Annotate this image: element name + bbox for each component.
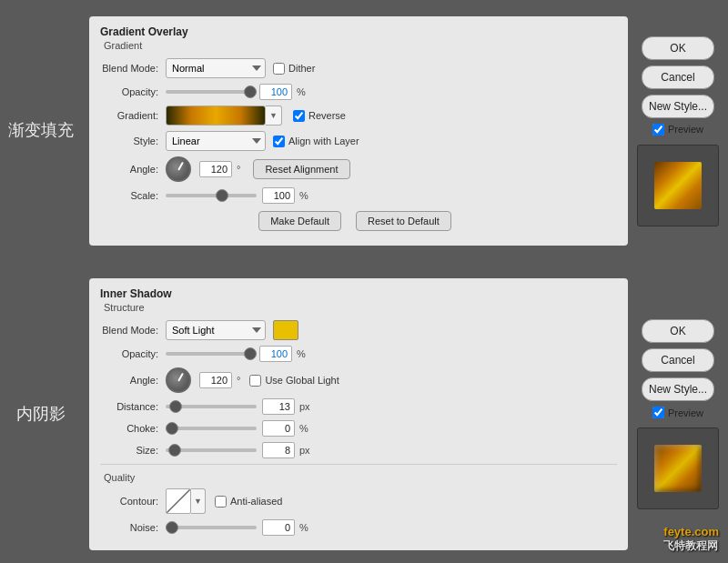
new-style-button-bottom[interactable]: New Style... (642, 377, 714, 401)
angle-unit: ° (237, 164, 240, 175)
gradient-swatch-wrap: ▼ (166, 106, 282, 126)
preview-label-top: Preview (668, 124, 703, 135)
dither-label: Dither (288, 63, 315, 74)
cancel-button-bottom[interactable]: Cancel (642, 348, 714, 372)
style-select[interactable]: Linear Radial Angle Reflected Diamond (166, 131, 266, 151)
size-row: Size: px (100, 442, 617, 458)
noise-unit: % (299, 522, 308, 533)
reverse-label: Reverse (308, 110, 346, 121)
noise-row: Noise: % (100, 519, 617, 536)
angle-value[interactable] (199, 161, 232, 177)
blend-mode-select[interactable]: Normal Dissolve Multiply Screen Overlay … (166, 58, 266, 78)
anti-aliased-checkbox[interactable] (215, 496, 227, 508)
size-slider[interactable] (166, 448, 257, 452)
inner-shadow-section: 内阴影 Inner Shadow Structure Blend Mode: N… (0, 262, 728, 563)
align-layer-checkbox-wrap: Align with Layer (273, 136, 359, 147)
anti-aliased-wrap: Anti-aliased (215, 496, 282, 508)
align-layer-label: Align with Layer (288, 136, 359, 146)
preview-label-bottom: Preview (668, 407, 703, 418)
blend-mode-row-bottom: Blend Mode: Normal Dissolve Multiply Scr… (100, 320, 617, 340)
gradient-dropdown-btn[interactable]: ▼ (266, 106, 282, 126)
inner-shadow-title: Inner Shadow (100, 287, 617, 300)
use-global-light-wrap: Use Global Light (249, 375, 339, 387)
quality-title: Quality (100, 472, 617, 483)
preview-box-bottom (637, 427, 719, 509)
size-value[interactable] (262, 442, 295, 458)
style-label: Style: (100, 136, 166, 146)
buttons-row: Make Default Reset to Default (100, 211, 617, 231)
opacity-value-bottom[interactable] (259, 346, 292, 362)
angle-label: Angle: (100, 164, 166, 175)
opacity-slider[interactable] (166, 90, 257, 94)
preview-row-bottom: Preview (652, 407, 703, 418)
contour-svg (167, 489, 190, 513)
distance-unit: px (299, 401, 310, 412)
noise-label: Noise: (100, 522, 166, 533)
scale-slider[interactable] (166, 194, 257, 197)
scale-value[interactable] (262, 187, 295, 204)
new-style-button-top[interactable]: New Style... (642, 95, 714, 118)
noise-slider[interactable] (166, 526, 257, 529)
gradient-overlay-section: 渐变填充 Gradient Overlay Gradient Blend Mod… (0, 0, 728, 262)
angle-dial[interactable] (166, 156, 191, 182)
ok-button-bottom[interactable]: OK (642, 319, 714, 343)
distance-value[interactable] (262, 398, 295, 415)
top-section-label: 渐变填充 (0, 119, 82, 142)
align-layer-checkbox[interactable] (273, 136, 285, 147)
contour-control: ▼ (166, 488, 206, 514)
blend-mode-select-bottom[interactable]: Normal Dissolve Multiply Screen Overlay … (166, 320, 266, 340)
reverse-checkbox-wrap: Reverse (293, 110, 346, 122)
style-row: Style: Linear Radial Angle Reflected Dia… (100, 131, 617, 151)
angle-value-bottom[interactable] (199, 372, 232, 388)
choke-slider[interactable] (166, 427, 257, 430)
preview-box-top (637, 145, 719, 226)
inner-shadow-subtitle: Structure (100, 302, 617, 313)
reverse-checkbox[interactable] (293, 110, 305, 122)
angle-row-bottom: Angle: ° Use Global Light (100, 367, 617, 393)
gradient-overlay-title: Gradient Overlay (100, 25, 617, 38)
angle-dial-bottom[interactable] (166, 367, 191, 393)
opacity-value[interactable] (259, 84, 292, 100)
preview-square-top (654, 162, 702, 209)
distance-slider[interactable] (166, 405, 257, 408)
reset-default-button[interactable]: Reset to Default (356, 211, 451, 231)
choke-value[interactable] (262, 420, 295, 437)
cancel-button-top[interactable]: Cancel (642, 65, 714, 89)
inner-shadow-panel: Inner Shadow Structure Blend Mode: Norma… (89, 278, 628, 550)
opacity-slider-bottom[interactable] (166, 352, 257, 356)
preview-checkbox-top[interactable] (652, 124, 664, 136)
noise-value[interactable] (262, 519, 295, 536)
size-label: Size: (100, 445, 166, 456)
ok-button-top[interactable]: OK (642, 36, 714, 60)
gradient-swatch[interactable] (166, 106, 266, 126)
contour-dropdown-btn[interactable]: ▼ (191, 488, 206, 514)
choke-unit: % (299, 423, 308, 434)
contour-label: Contour: (100, 496, 166, 507)
size-unit: px (299, 445, 310, 456)
contour-swatch[interactable] (166, 488, 191, 514)
use-global-light-label: Use Global Light (265, 375, 339, 386)
preview-checkbox-bottom[interactable] (652, 407, 664, 418)
dither-checkbox-wrap: Dither (273, 63, 315, 75)
contour-row: Contour: ▼ Anti-aliased (100, 488, 617, 514)
dither-checkbox[interactable] (273, 63, 285, 75)
opacity-label-bottom: Opacity: (100, 348, 166, 359)
angle-unit-bottom: ° (237, 375, 240, 386)
blend-mode-row: Blend Mode: Normal Dissolve Multiply Scr… (100, 58, 617, 78)
reset-alignment-button[interactable]: Reset Alignment (253, 159, 349, 179)
blend-mode-label: Blend Mode: (100, 63, 166, 74)
bottom-section-label: 内阴影 (0, 403, 82, 426)
preview-row-top: Preview (652, 124, 703, 136)
scale-label: Scale: (100, 190, 166, 201)
distance-label: Distance: (100, 401, 166, 412)
scale-row: Scale: % (100, 187, 617, 204)
shadow-color-swatch[interactable] (273, 320, 298, 340)
make-default-button[interactable]: Make Default (258, 211, 341, 231)
choke-label: Choke: (100, 423, 166, 434)
gradient-row: Gradient: ▼ Reverse (100, 106, 617, 126)
quality-divider (100, 464, 617, 465)
blend-mode-label-bottom: Blend Mode: (100, 325, 166, 336)
use-global-light-checkbox[interactable] (249, 375, 261, 387)
gradient-overlay-panel: Gradient Overlay Gradient Blend Mode: No… (89, 16, 628, 246)
opacity-label: Opacity: (100, 86, 166, 97)
